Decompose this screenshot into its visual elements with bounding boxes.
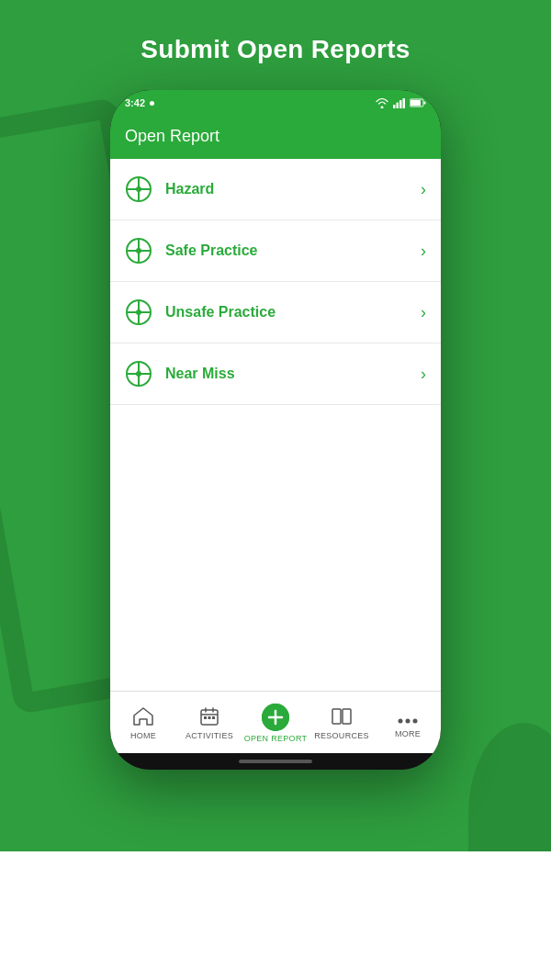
near-miss-icon: [125, 360, 152, 388]
svg-rect-5: [410, 100, 421, 106]
nav-home[interactable]: HOME: [110, 692, 176, 753]
status-time: 3:42: [125, 97, 154, 108]
svg-rect-34: [343, 709, 351, 724]
svg-rect-28: [208, 716, 211, 719]
svg-point-37: [413, 719, 418, 724]
unsafe-practice-chevron: ›: [421, 303, 426, 322]
page-title-area: Submit Open Reports: [0, 0, 551, 90]
bottom-white-area: [0, 851, 551, 980]
menu-item-unsafe-practice[interactable]: Unsafe Practice ›: [110, 282, 441, 344]
unsafe-practice-label: Unsafe Practice: [165, 304, 421, 321]
resources-nav-label: RESOURCES: [314, 731, 369, 740]
home-nav-label: HOME: [130, 731, 156, 740]
svg-point-18: [136, 310, 141, 315]
hazard-chevron: ›: [421, 180, 426, 199]
signal-icon: [393, 98, 405, 108]
wifi-icon: [376, 98, 388, 108]
home-indicator: [239, 760, 312, 763]
svg-rect-0: [393, 105, 396, 108]
phone-bottom-bar: [110, 753, 441, 770]
phone-screen: Hazard › Safe Practice ›: [110, 159, 441, 691]
open-report-nav-label: OPEN REPORT: [244, 734, 308, 743]
phone-mockup: 3:42 Open R: [110, 90, 441, 770]
svg-rect-33: [332, 709, 341, 724]
battery-icon: [410, 98, 426, 107]
menu-list: Hazard › Safe Practice ›: [110, 159, 441, 691]
svg-rect-6: [424, 102, 426, 105]
page-title: Submit Open Reports: [18, 35, 533, 64]
safe-practice-chevron: ›: [421, 242, 426, 261]
svg-point-36: [406, 719, 410, 724]
menu-item-hazard[interactable]: Hazard ›: [110, 159, 441, 220]
menu-item-safe-practice[interactable]: Safe Practice ›: [110, 220, 441, 282]
svg-rect-27: [204, 716, 207, 719]
nav-open-report[interactable]: OPEN REPORT: [242, 692, 309, 753]
status-icons: [376, 98, 426, 108]
more-nav-label: MORE: [395, 729, 421, 738]
status-indicator-dot: [150, 101, 154, 106]
unsafe-practice-icon: [125, 299, 152, 326]
svg-point-10: [136, 186, 141, 192]
nav-activities[interactable]: ACTIVITIES: [176, 692, 242, 753]
safe-practice-icon: [125, 237, 152, 265]
svg-rect-3: [403, 98, 406, 108]
app-header: Open Report: [110, 116, 441, 159]
more-nav-icon: [398, 708, 418, 727]
open-report-nav-icon: [262, 704, 289, 731]
svg-point-14: [136, 248, 141, 253]
svg-rect-2: [399, 100, 402, 108]
bottom-nav: HOME ACTIVITIES: [110, 691, 441, 753]
svg-rect-29: [212, 716, 215, 719]
safe-practice-label: Safe Practice: [165, 242, 421, 259]
app-header-title: Open Report: [125, 127, 426, 146]
nav-resources[interactable]: RESOURCES: [309, 692, 375, 753]
hazard-icon: [125, 175, 152, 203]
activities-nav-label: ACTIVITIES: [186, 731, 233, 740]
activities-nav-icon: [200, 707, 219, 728]
near-miss-chevron: ›: [421, 365, 426, 384]
home-nav-icon: [133, 707, 153, 728]
status-bar: 3:42: [110, 90, 441, 116]
svg-rect-1: [397, 102, 399, 108]
svg-point-22: [136, 371, 141, 377]
near-miss-label: Near Miss: [165, 366, 421, 382]
nav-more[interactable]: MORE: [375, 692, 441, 753]
menu-item-near-miss[interactable]: Near Miss ›: [110, 344, 441, 405]
resources-nav-icon: [332, 707, 352, 728]
svg-point-35: [399, 719, 403, 724]
hazard-label: Hazard: [165, 181, 421, 197]
